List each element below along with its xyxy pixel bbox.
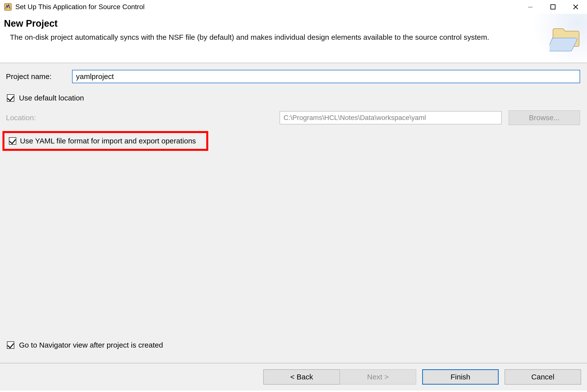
minimize-button[interactable] xyxy=(519,0,542,14)
svg-line-3 xyxy=(574,5,578,9)
project-name-input[interactable] xyxy=(72,70,580,83)
wizard-body: Project name: Use default location Locat… xyxy=(0,63,587,363)
project-name-label: Project name: xyxy=(6,72,72,81)
use-default-location-row[interactable]: Use default location xyxy=(6,94,580,102)
back-button[interactable]: < Back xyxy=(263,369,340,384)
project-name-row: Project name: xyxy=(6,70,580,83)
browse-button: Browse... xyxy=(509,110,580,125)
go-to-navigator-checkbox[interactable] xyxy=(7,342,14,349)
finish-button[interactable]: Finish xyxy=(422,369,499,384)
window-title: Set Up This Application for Source Contr… xyxy=(15,3,519,11)
use-yaml-checkbox[interactable] xyxy=(9,137,16,145)
use-default-location-checkbox[interactable] xyxy=(7,94,14,102)
location-label: Location: xyxy=(6,114,36,122)
use-default-location-label: Use default location xyxy=(19,94,84,102)
app-icon xyxy=(4,3,12,11)
wizard-banner: New Project The on-disk project automati… xyxy=(0,14,587,63)
window-controls xyxy=(519,0,587,14)
location-input xyxy=(280,111,502,124)
back-next-group: < Back Next > xyxy=(263,369,416,384)
close-button[interactable] xyxy=(564,0,587,14)
next-button: Next > xyxy=(340,369,416,384)
use-yaml-row[interactable]: Use YAML file format for import and expo… xyxy=(2,131,208,151)
wizard-button-bar: < Back Next > Finish Cancel xyxy=(0,363,587,390)
maximize-button[interactable] xyxy=(542,0,564,14)
cancel-button[interactable]: Cancel xyxy=(505,369,581,384)
open-folder-icon xyxy=(550,23,584,54)
banner-heading: New Project xyxy=(4,18,580,29)
yaml-option-highlight: Use YAML file format for import and expo… xyxy=(6,130,580,151)
location-row: Location: Browse... xyxy=(6,110,580,125)
banner-description: The on-disk project automatically syncs … xyxy=(4,32,494,42)
svg-line-4 xyxy=(574,5,578,9)
use-yaml-label: Use YAML file format for import and expo… xyxy=(20,137,196,145)
go-to-navigator-label: Go to Navigator view after project is cr… xyxy=(19,341,163,349)
titlebar: Set Up This Application for Source Contr… xyxy=(0,0,587,14)
go-to-navigator-row[interactable]: Go to Navigator view after project is cr… xyxy=(6,341,163,350)
svg-rect-2 xyxy=(551,5,555,9)
